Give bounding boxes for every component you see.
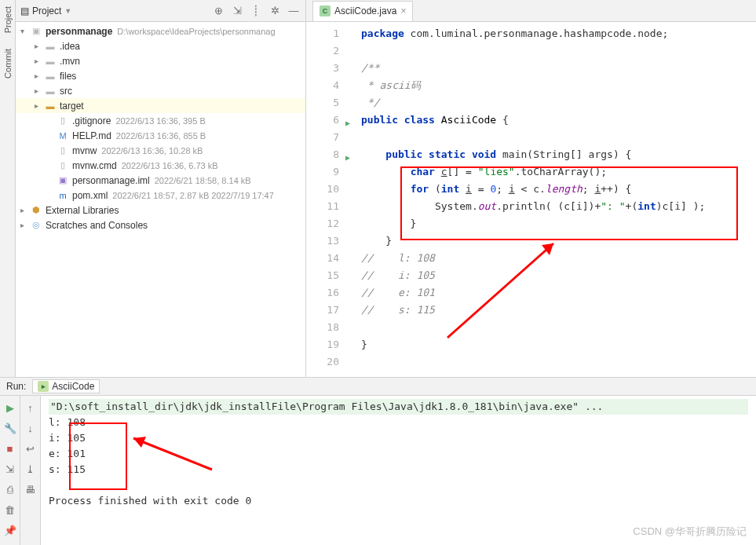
root-name: personmanage (46, 26, 112, 37)
code-line[interactable]: // e: 101 (361, 284, 756, 302)
watermark: CSDN @华哥折腾历险记 (633, 525, 747, 539)
tree-item[interactable]: mpom.xml2022/6/21 18:57, 2.87 kB 2022/7/… (16, 188, 305, 203)
tree-item[interactable]: ▸▬.idea (16, 38, 305, 53)
expand-all-icon[interactable]: ⇲ (230, 4, 244, 18)
code-line[interactable]: } (361, 215, 756, 232)
tree-item[interactable]: ▣personmanage.iml2022/6/21 18:58, 8.14 k… (16, 173, 305, 188)
code-line[interactable]: char c[] = "lies".toCharArray(); (361, 163, 756, 181)
run-toolbar-right: ↑ ↓ ↩ ⤓ 🖶 (20, 396, 41, 545)
item-name: mvnw (72, 145, 97, 156)
side-tab-commit[interactable]: Commit (3, 49, 13, 79)
editor-tab-bar: C AsciiCode.java × (306, 0, 756, 22)
dropdown-icon[interactable]: ▼ (64, 7, 71, 15)
code-line[interactable]: } (361, 232, 756, 250)
stop-icon[interactable]: ■ (3, 441, 17, 455)
root-path: D:\workspace\IdeaProjects\personmanag (117, 27, 275, 36)
tree-root[interactable]: ▾ ▣ personmanage D:\workspace\IdeaProjec… (16, 24, 305, 38)
code-line[interactable] (361, 129, 756, 146)
tree-item[interactable]: ▸▬target (16, 98, 305, 113)
item-name: pom.xml (72, 190, 108, 201)
code-line[interactable]: System.out.println( (c[i])+": "+(int)c[i… (361, 198, 756, 215)
item-name: files (60, 71, 76, 82)
file-icon: ▬ (44, 100, 57, 112)
up-icon[interactable]: ↑ (24, 401, 38, 415)
project-icon: ▤ (20, 5, 29, 16)
divider-icon: ┊ (249, 4, 263, 18)
console-output[interactable]: "D:\soft_install_dir\jdk\jdk_installFile… (41, 396, 756, 545)
file-icon: M (57, 130, 69, 142)
item-name: HELP.md (72, 130, 111, 141)
code-line[interactable] (361, 42, 756, 60)
close-icon[interactable]: × (400, 5, 406, 16)
file-icon: ▯ (57, 115, 69, 127)
run-config-name: AsciiCode (52, 381, 94, 392)
tree-external-libs[interactable]: ▸ ⬢ External Libraries (16, 203, 305, 218)
code-line[interactable]: */ (361, 94, 756, 112)
item-meta: 2022/6/13 16:36, 395 B (115, 116, 205, 126)
code-line[interactable]: // i: 105 (361, 267, 756, 284)
run-config-icon: ▸ (38, 381, 49, 392)
side-tab-project[interactable]: Project (3, 6, 13, 33)
item-name: target (60, 101, 84, 112)
scratches-icon: ◎ (30, 219, 42, 232)
console-line: i: 105 (49, 430, 748, 446)
code-line[interactable] (361, 319, 756, 336)
code-line[interactable]: // l: 108 (361, 250, 756, 267)
item-name: .gitignore (72, 115, 111, 126)
wrench-icon[interactable]: 🔧 (3, 421, 17, 435)
code-line[interactable]: for (int i = 0; i < c.length; i++) { (361, 181, 756, 198)
rerun-icon[interactable]: ▶ (3, 401, 17, 415)
file-icon: ▬ (44, 85, 57, 97)
code-line[interactable]: } (361, 336, 756, 353)
softwrap-icon[interactable]: ↩ (24, 441, 38, 455)
project-tree[interactable]: ▾ ▣ personmanage D:\workspace\IdeaProjec… (16, 22, 305, 377)
item-meta: 2022/6/13 16:36, 6.73 kB (122, 161, 218, 170)
editor-body[interactable]: 123456▶78▶91011121314151617181920 packag… (306, 22, 756, 377)
file-icon: ▯ (57, 159, 69, 172)
code-line[interactable]: public class AsciiCode { (361, 112, 756, 129)
tree-item[interactable]: ▯.gitignore2022/6/13 16:36, 395 B (16, 113, 305, 128)
code-line[interactable]: public static void main(String[] args) { (361, 146, 756, 163)
run-toolbar-left: ▶ 🔧 ■ ⇲ ⎙ 🗑 📌 (0, 396, 20, 545)
pin-icon[interactable]: 📌 (3, 523, 17, 537)
tree-item[interactable]: ▯mvnw2022/6/13 16:36, 10.28 kB (16, 143, 305, 158)
editor-tab[interactable]: C AsciiCode.java × (312, 1, 413, 21)
settings-icon[interactable]: ✲ (268, 4, 282, 18)
item-meta: 2022/6/21 18:58, 8.14 kB (155, 176, 251, 185)
code-content[interactable]: package com.luminal.personmanage.hashamp… (345, 22, 756, 377)
external-label: External Libraries (46, 205, 119, 216)
file-icon: ▣ (57, 174, 69, 187)
run-config-tab[interactable]: ▸ AsciiCode (32, 379, 100, 393)
tree-item[interactable]: ▯mvnw.cmd2022/6/13 16:36, 6.73 kB (16, 158, 305, 173)
code-line[interactable]: /** (361, 60, 756, 77)
delete-icon[interactable]: 🗑 (3, 503, 17, 517)
code-line[interactable]: * ascii码 (361, 77, 756, 94)
file-icon: ▬ (44, 55, 57, 68)
print2-icon[interactable]: 🖶 (24, 482, 38, 496)
run-label: Run: (6, 381, 26, 392)
tree-item[interactable]: ▸▬src (16, 83, 305, 98)
select-opened-icon[interactable]: ⊕ (211, 4, 225, 18)
file-icon: m (57, 189, 69, 202)
project-tool-window: ▤ Project ▼ ⊕ ⇲ ┊ ✲ — ▾ ▣ personmanage D… (16, 0, 306, 377)
file-icon: ▬ (44, 70, 57, 82)
code-line[interactable]: // s: 115 (361, 302, 756, 319)
code-line[interactable] (361, 353, 756, 371)
tree-scratches[interactable]: ▸ ◎ Scratches and Consoles (16, 218, 305, 232)
tree-item[interactable]: MHELP.md2022/6/13 16:36, 855 B (16, 128, 305, 143)
project-title: Project (32, 5, 61, 16)
code-line[interactable]: package com.luminal.personmanage.hashamp… (361, 25, 756, 42)
tree-item[interactable]: ▸▬.mvn (16, 53, 305, 68)
editor-area: C AsciiCode.java × 123456▶78▶91011121314… (306, 0, 756, 377)
tree-item[interactable]: ▸▬files (16, 68, 305, 83)
layout-icon[interactable]: ⇲ (3, 462, 17, 476)
hide-icon[interactable]: — (287, 4, 301, 18)
item-name: .idea (60, 41, 80, 52)
print-icon[interactable]: ⎙ (3, 482, 17, 496)
item-meta: 2022/6/13 16:36, 10.28 kB (101, 146, 203, 155)
item-meta: 2022/6/21 18:57, 2.87 kB 2022/7/19 17:47 (112, 191, 274, 200)
scroll-icon[interactable]: ⤓ (24, 462, 38, 476)
tab-label: AsciiCode.java (334, 5, 396, 16)
item-name: .mvn (60, 56, 80, 67)
down-icon[interactable]: ↓ (24, 421, 38, 435)
